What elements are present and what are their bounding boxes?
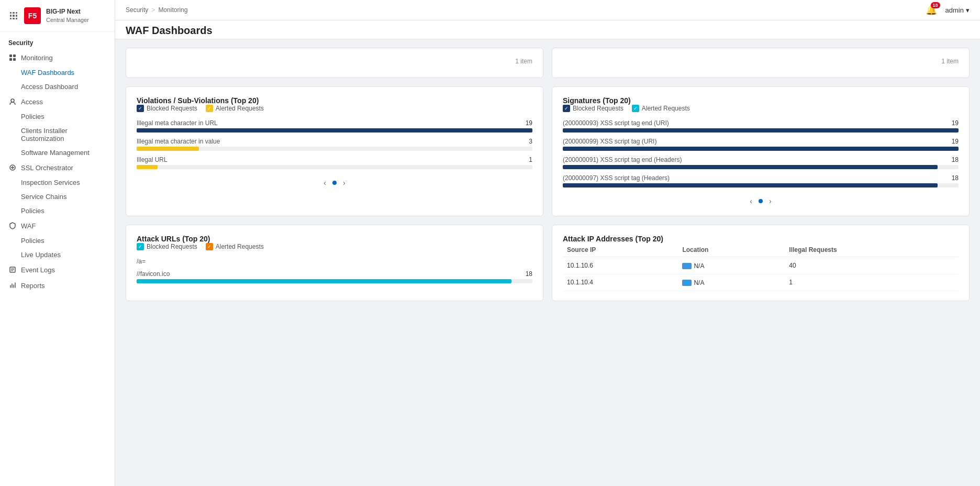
sidebar-item-inspection-services[interactable]: Inspection Services [0, 175, 115, 190]
alerted-checkbox-attack-urls[interactable]: ✓ [206, 243, 213, 250]
page-title: WAF Dashboards [115, 20, 980, 39]
ssl-icon [8, 163, 17, 172]
bar-row: Illegal meta character in value 3 [137, 138, 532, 151]
sidebar-item-policies-access[interactable]: Policies [0, 109, 115, 124]
sidebar-item-service-chains[interactable]: Service Chains [0, 190, 115, 204]
content-area: 1 item 1 item Violations / Sub-Violation… [115, 39, 980, 486]
violations-legend: ✓ Blocked Requests ✓ Alerted Requests [137, 105, 532, 112]
sidebar-item-ssl-orchestrator[interactable]: SSL Orchestrator [0, 160, 115, 175]
svg-rect-2 [9, 58, 12, 61]
attack-ips-table: Source IP Location Illegal Requests 10.1… [563, 243, 959, 291]
topbar-right: 🔔 18 admin ▾ [926, 4, 970, 16]
attack-urls-title: Attack URLs (Top 20) [137, 235, 532, 243]
breadcrumb-security: Security [126, 6, 148, 14]
bottom-cards-row: Attack URLs (Top 20) ✓ Blocked Requests … [126, 225, 970, 301]
waf-label: WAF [21, 222, 36, 230]
sidebar-item-monitoring[interactable]: Monitoring [0, 50, 115, 65]
table-row: 10.1.10.4 🌐 N/A 1 [563, 274, 959, 291]
attack-urls-blocked-legend: ✓ Blocked Requests [137, 243, 197, 250]
notification-button[interactable]: 🔔 18 [926, 4, 937, 16]
top-cards-row: 1 item 1 item [126, 48, 970, 78]
middle-cards-row: Violations / Sub-Violations (Top 20) ✓ B… [126, 86, 970, 216]
grid-menu-icon[interactable] [8, 10, 19, 21]
sidebar-item-waf[interactable]: WAF [0, 218, 115, 234]
notification-badge: 18 [931, 2, 940, 8]
attack-urls-legend: ✓ Blocked Requests ✓ Alerted Requests [137, 243, 532, 250]
blocked-checkbox-attack-urls[interactable]: ✓ [137, 243, 144, 250]
violations-blocked-legend: ✓ Blocked Requests [137, 105, 197, 112]
waf-icon [8, 222, 17, 230]
bar-row: (200000091) XSS script tag end (Headers)… [563, 156, 959, 169]
sidebar-item-access-dashboard[interactable]: Access Dashboard [0, 80, 115, 94]
attack-urls-card: Attack URLs (Top 20) ✓ Blocked Requests … [126, 225, 543, 301]
col-source-ip: Source IP [563, 243, 678, 257]
svg-point-4 [11, 99, 14, 102]
alerted-checkbox-signatures[interactable]: ✓ [632, 105, 639, 112]
monitoring-icon [8, 53, 17, 62]
chevron-down-icon: ▾ [966, 6, 970, 14]
sidebar-item-event-logs[interactable]: Event Logs [0, 262, 115, 278]
sidebar-item-access[interactable]: Access [0, 94, 115, 109]
sidebar-item-reports[interactable]: Reports [0, 278, 115, 293]
sidebar-header: F5 BIG-IP Next Central Manager [0, 0, 115, 32]
sidebar-item-clients-installer[interactable]: Clients Installer Customization [0, 124, 115, 146]
user-menu-button[interactable]: admin ▾ [945, 6, 970, 14]
attack-ips-card: Attack IP Addresses (Top 20) Source IP L… [552, 225, 970, 301]
signatures-prev-btn[interactable]: ‹ [748, 196, 754, 206]
access-icon [8, 97, 17, 106]
blocked-checkbox-signatures[interactable]: ✓ [563, 105, 570, 112]
violations-next-btn[interactable]: › [341, 178, 348, 188]
violations-bars: Illegal meta character in URL 19 Illegal… [137, 119, 532, 169]
bar-row: //favicon.ico 18 [137, 270, 532, 283]
security-section-label: Security [0, 32, 115, 50]
alerted-checkbox-violations[interactable]: ✓ [206, 105, 213, 112]
table-row: 10.1.10.6 🌐 N/A 40 [563, 257, 959, 274]
col-location: Location [678, 243, 785, 257]
bar-row: (200000097) XSS script tag (Headers) 18 [563, 174, 959, 187]
bar-row: Illegal URL 1 [137, 156, 532, 169]
sidebar-item-policies-waf[interactable]: Policies [0, 234, 115, 248]
header-wrapper: Security > Monitoring 🔔 18 admin ▾ WAF D… [115, 0, 980, 39]
reports-icon [8, 281, 17, 290]
col-illegal-requests: Illegal Requests [785, 243, 959, 257]
flag-icon: 🌐 [682, 263, 692, 269]
f5-logo: F5 [24, 7, 41, 24]
violations-alerted-legend: ✓ Alerted Requests [206, 105, 264, 112]
sidebar-item-software-management[interactable]: Software Management [0, 146, 115, 160]
sidebar: F5 BIG-IP Next Central Manager Security … [0, 0, 115, 486]
signatures-bars: (200000093) XSS script tag end (URI) 19 … [563, 119, 959, 187]
breadcrumb-monitoring: Monitoring [158, 6, 187, 14]
flag-icon: 🌐 [682, 280, 692, 286]
top-card-left-count: 1 item [137, 58, 532, 65]
bar-row: (200000093) XSS script tag end (URI) 19 [563, 119, 959, 132]
bar-row: /a=</span> <span class="bar-val" data-in… [137, 258, 532, 265]
topbar: Security > Monitoring 🔔 18 admin ▾ [115, 0, 980, 20]
violations-card: Violations / Sub-Violations (Top 20) ✓ B… [126, 86, 543, 216]
sidebar-item-policies-ssl[interactable]: Policies [0, 204, 115, 218]
event-logs-label: Event Logs [21, 266, 55, 274]
attack-ips-title: Attack IP Addresses (Top 20) [563, 235, 959, 243]
monitoring-label: Monitoring [21, 54, 53, 62]
violations-page-dot [332, 181, 337, 185]
violations-prev-btn[interactable]: ‹ [321, 178, 328, 188]
breadcrumb-separator: > [151, 6, 155, 14]
breadcrumb: Security > Monitoring [126, 6, 187, 14]
access-label: Access [21, 98, 43, 106]
signatures-legend: ✓ Blocked Requests ✓ Alerted Requests [563, 105, 959, 112]
sidebar-item-live-updates[interactable]: Live Updates [0, 248, 115, 262]
top-card-right: 1 item [552, 48, 970, 78]
signatures-card-title: Signatures (Top 20) [563, 96, 959, 105]
signatures-card: Signatures (Top 20) ✓ Blocked Requests ✓… [552, 86, 970, 216]
svg-rect-1 [13, 54, 16, 57]
event-logs-icon [8, 266, 17, 274]
signatures-blocked-legend: ✓ Blocked Requests [563, 105, 623, 112]
svg-rect-0 [9, 54, 12, 57]
ssl-orchestrator-label: SSL Orchestrator [21, 164, 73, 172]
attack-urls-alerted-legend: ✓ Alerted Requests [206, 243, 264, 250]
sidebar-item-waf-dashboards[interactable]: WAF Dashboards [0, 65, 115, 80]
blocked-checkbox-violations[interactable]: ✓ [137, 105, 144, 112]
bar-row: Illegal meta character in URL 19 [137, 119, 532, 132]
svg-rect-3 [13, 58, 16, 61]
signatures-next-btn[interactable]: › [767, 196, 774, 206]
main-area: Security > Monitoring 🔔 18 admin ▾ WAF D… [115, 0, 980, 486]
